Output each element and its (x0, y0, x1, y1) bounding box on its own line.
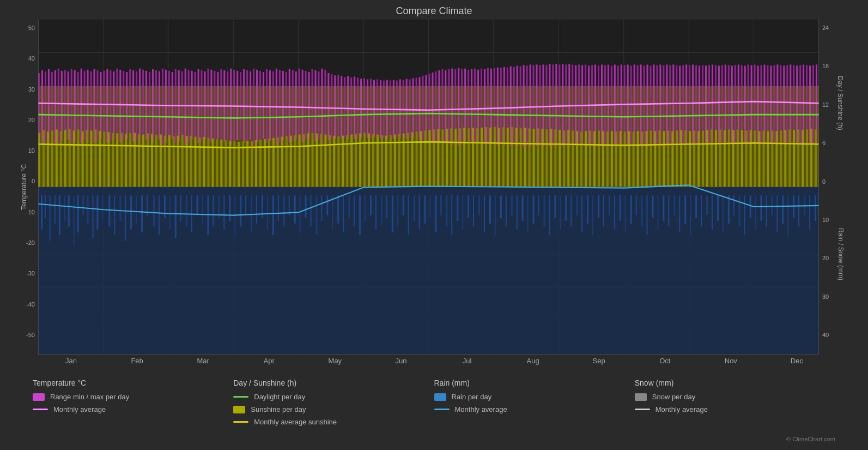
svg-rect-411 (38, 133, 40, 187)
svg-rect-361 (656, 65, 658, 145)
svg-rect-534 (572, 130, 574, 187)
svg-rect-405 (799, 65, 801, 144)
svg-rect-74 (300, 195, 301, 232)
svg-rect-203 (142, 70, 144, 142)
svg-rect-369 (682, 65, 684, 144)
svg-rect-159 (761, 195, 762, 221)
svg-rect-90 (386, 195, 387, 218)
svg-rect-242 (269, 70, 271, 141)
svg-rect-261 (331, 74, 332, 140)
svg-rect-65 (251, 195, 252, 232)
svg-rect-163 (782, 195, 784, 224)
svg-rect-547 (628, 131, 630, 187)
legend-line-snow-avg (635, 409, 650, 410)
svg-rect-75 (305, 195, 307, 218)
svg-rect-266 (347, 76, 349, 140)
svg-rect-67 (262, 195, 263, 218)
svg-rect-124 (570, 195, 572, 226)
svg-rect-128 (592, 195, 593, 235)
svg-rect-92 (397, 195, 398, 226)
svg-rect-419 (73, 130, 75, 187)
svg-rect-452 (216, 139, 218, 187)
svg-rect-119 (543, 195, 545, 226)
svg-rect-434 (138, 134, 140, 187)
svg-rect-397 (773, 65, 775, 144)
svg-rect-85 (359, 195, 361, 235)
svg-rect-286 (412, 78, 414, 139)
svg-rect-577 (758, 131, 761, 187)
svg-rect-194 (113, 71, 114, 140)
svg-rect-160 (766, 195, 767, 226)
svg-rect-73 (294, 195, 296, 224)
svg-rect-154 (733, 195, 735, 215)
svg-rect-190 (100, 72, 101, 139)
svg-rect-56 (202, 195, 203, 224)
svg-rect-79 (326, 195, 328, 215)
svg-rect-420 (77, 129, 80, 187)
svg-rect-110 (495, 195, 496, 235)
svg-rect-457 (238, 142, 240, 187)
svg-rect-423 (90, 130, 93, 187)
copyright: © ClimeChart.com (0, 436, 868, 445)
svg-rect-206 (152, 69, 154, 143)
svg-rect-439 (160, 135, 162, 187)
svg-rect-554 (658, 130, 660, 187)
svg-rect-504 (441, 129, 444, 187)
svg-rect-474 (312, 133, 314, 187)
svg-rect-373 (695, 65, 697, 144)
svg-rect-53 (186, 195, 187, 226)
legend-swatch-snow (635, 393, 647, 401)
svg-rect-497 (411, 132, 414, 187)
svg-rect-133 (620, 195, 621, 221)
svg-rect-464 (268, 139, 270, 187)
svg-rect-544 (615, 131, 617, 187)
svg-rect-209 (162, 69, 163, 146)
svg-rect-438 (155, 135, 157, 187)
svg-rect-505 (446, 129, 448, 187)
svg-rect-444 (181, 135, 184, 187)
svg-rect-572 (737, 129, 739, 187)
svg-rect-482 (346, 135, 348, 187)
svg-rect-514 (485, 127, 487, 187)
svg-rect-47 (153, 195, 155, 226)
svg-rect-425 (99, 131, 101, 187)
svg-rect-486 (363, 133, 366, 187)
svg-rect-43 (130, 195, 132, 230)
svg-rect-248 (289, 69, 290, 143)
svg-rect-590 (815, 129, 817, 187)
svg-rect-467 (281, 137, 283, 187)
svg-rect-52 (180, 195, 181, 221)
svg-rect-95 (414, 195, 415, 221)
svg-rect-230 (230, 69, 232, 146)
svg-rect-442 (173, 136, 175, 187)
svg-rect-140 (657, 195, 658, 230)
svg-rect-500 (424, 130, 427, 187)
svg-rect-365 (669, 65, 671, 144)
svg-rect-122 (560, 195, 561, 230)
svg-rect-570 (728, 129, 730, 187)
svg-rect-178 (61, 71, 63, 141)
svg-rect-502 (433, 129, 435, 187)
svg-rect-104 (462, 195, 463, 230)
svg-rect-102 (451, 195, 452, 235)
svg-rect-80 (332, 195, 333, 230)
svg-rect-470 (294, 135, 296, 187)
svg-rect-106 (473, 195, 474, 226)
svg-rect-143 (673, 195, 675, 215)
svg-rect-141 (663, 195, 664, 221)
svg-rect-216 (185, 69, 186, 146)
svg-rect-263 (337, 75, 339, 140)
svg-rect-529 (550, 129, 552, 187)
svg-rect-584 (788, 129, 791, 187)
svg-rect-26 (45, 195, 46, 218)
svg-rect-147 (695, 195, 697, 218)
svg-rect-521 (515, 128, 518, 187)
svg-rect-541 (602, 131, 604, 187)
svg-rect-313 (500, 68, 502, 145)
svg-rect-175 (51, 72, 53, 140)
svg-rect-148 (701, 195, 702, 226)
svg-rect-116 (527, 195, 529, 232)
svg-rect-415 (56, 129, 58, 187)
legend-item-rain-avg: Monthly average (434, 405, 635, 413)
svg-rect-557 (671, 131, 673, 187)
